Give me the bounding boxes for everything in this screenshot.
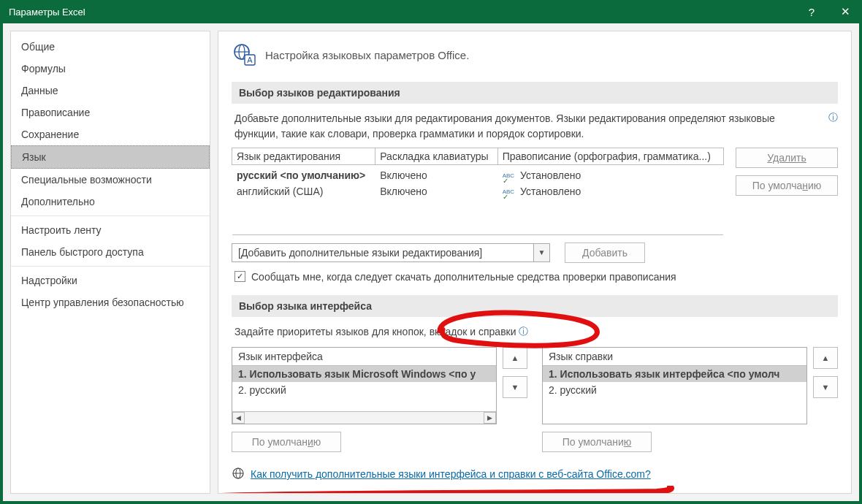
- chevron-down-icon: ▼: [533, 244, 549, 261]
- sidebar-item[interactable]: Язык: [11, 145, 210, 169]
- move-down-button[interactable]: ▼: [503, 376, 527, 398]
- display-language-listbox[interactable]: Язык интерфейса 1. Использовать язык Mic…: [232, 347, 497, 424]
- spellcheck-icon: ABC: [503, 189, 514, 194]
- annotation-underline: [218, 486, 686, 494]
- section-ui-header: Выбор языка интерфейса: [232, 295, 838, 317]
- globe-icon: [232, 467, 245, 482]
- sidebar-item[interactable]: Данные: [11, 80, 210, 102]
- col-spelling[interactable]: Правописание (орфография, грамматика...): [497, 148, 723, 165]
- editing-languages-table[interactable]: Язык редактирования Раскладка клавиатуры…: [232, 148, 724, 235]
- notify-checkbox-label: Сообщать мне, когда следует скачать допо…: [251, 271, 676, 283]
- window-title: Параметры Excel: [9, 7, 85, 18]
- add-button[interactable]: Добавить: [565, 243, 645, 263]
- move-down-button[interactable]: ▼: [813, 376, 838, 398]
- table-row[interactable]: английский (США)ВключеноABCУстановлено: [232, 183, 724, 199]
- help-language-listbox[interactable]: Язык справки 1. Использовать язык интерф…: [542, 347, 807, 424]
- move-up-button[interactable]: ▲: [503, 347, 527, 369]
- sidebar-item[interactable]: Дополнительно: [11, 191, 210, 213]
- ui-description: Задайте приоритеты языков для кнопок, вк…: [234, 326, 516, 337]
- display-language-header: Язык интерфейса: [232, 348, 496, 366]
- svg-text:A: A: [247, 56, 253, 64]
- add-language-dropdown[interactable]: [Добавить дополнительные языки редактиро…: [232, 243, 550, 262]
- info-icon[interactable]: ⓘ: [519, 326, 528, 337]
- col-layout[interactable]: Раскладка клавиатуры: [375, 148, 497, 165]
- set-default-button[interactable]: По умолчанию: [736, 175, 838, 196]
- sidebar-item[interactable]: Надстройки: [11, 270, 210, 291]
- sidebar-item[interactable]: Формулы: [11, 58, 210, 80]
- move-up-button[interactable]: ▲: [813, 347, 838, 369]
- checkbox-icon: ✓: [234, 271, 245, 282]
- sidebar-item[interactable]: Общие: [11, 36, 210, 58]
- spellcheck-icon: ABC: [503, 173, 514, 178]
- scroll-right-icon[interactable]: ▶: [484, 412, 496, 424]
- page-title: Настройка языковых параметров Office.: [265, 49, 469, 61]
- section-editing-header: Выбор языков редактирования: [232, 82, 838, 104]
- close-button[interactable]: ✕: [828, 0, 862, 23]
- display-default-button[interactable]: По умолчанию: [232, 432, 341, 452]
- remove-button[interactable]: Удалить: [736, 148, 838, 168]
- titlebar: Параметры Excel ? ✕: [0, 0, 862, 23]
- sidebar-item[interactable]: Правописание: [11, 102, 210, 123]
- editing-description: Добавьте дополнительные языки для редакт…: [232, 111, 817, 142]
- scroll-left-icon[interactable]: ◀: [232, 412, 245, 424]
- sidebar-item[interactable]: Центр управления безопасностью: [11, 291, 210, 313]
- info-icon[interactable]: ⓘ: [828, 111, 838, 124]
- sidebar-item[interactable]: Настроить ленту: [11, 219, 210, 241]
- get-more-languages-link[interactable]: Как получить дополнительные языки интерф…: [251, 468, 651, 480]
- sidebar-item[interactable]: Сохранение: [11, 123, 210, 145]
- notify-checkbox-row[interactable]: ✓ Сообщать мне, когда следует скачать до…: [232, 269, 838, 285]
- help-button[interactable]: ?: [795, 0, 828, 23]
- col-language[interactable]: Язык редактирования: [232, 148, 375, 165]
- globe-language-icon: A: [232, 42, 256, 69]
- help-language-header: Язык справки: [543, 348, 806, 366]
- sidebar-item[interactable]: Панель быстрого доступа: [11, 241, 210, 263]
- sidebar: ОбщиеФормулыДанныеПравописаниеСохранение…: [10, 31, 210, 494]
- list-item[interactable]: 2. русский: [543, 382, 806, 398]
- list-item[interactable]: 1. Использовать язык интерфейса <по умол…: [543, 366, 806, 382]
- sidebar-item[interactable]: Специальные возможности: [11, 169, 210, 191]
- main-panel: A Настройка языковых параметров Office. …: [218, 31, 852, 494]
- list-item[interactable]: 2. русский: [232, 382, 496, 398]
- dropdown-text: [Добавить дополнительные языки редактиро…: [232, 247, 533, 259]
- table-row[interactable]: русский <по умолчанию>ВключеноABCУстанов…: [232, 165, 724, 184]
- list-item[interactable]: 1. Использовать язык Microsoft Windows <…: [232, 366, 496, 382]
- help-default-button[interactable]: По умолчанию: [542, 432, 652, 452]
